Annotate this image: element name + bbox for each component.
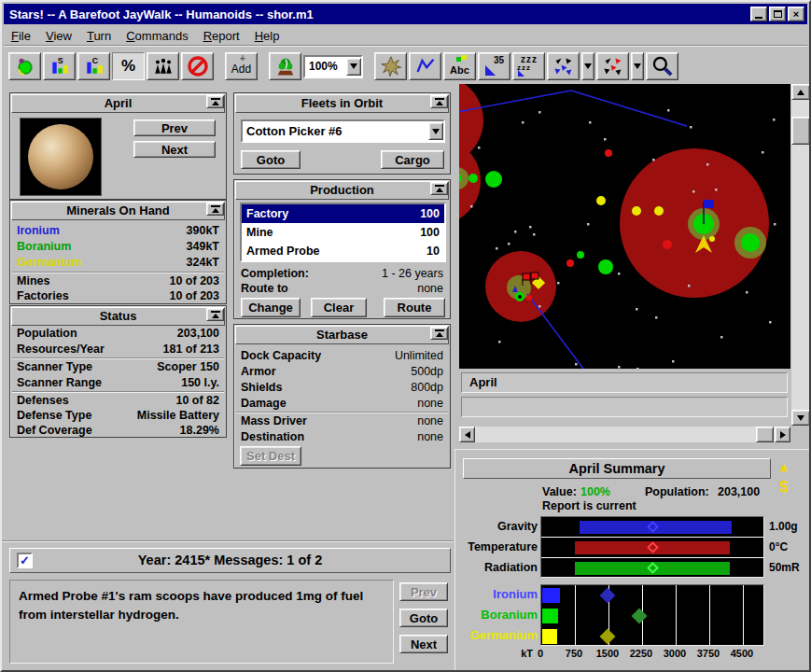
star-map[interactable] xyxy=(459,84,790,369)
minimize-button[interactable] xyxy=(750,7,767,21)
set-destination-button[interactable]: Set Dest xyxy=(240,446,301,466)
zoom-dropdown-button[interactable] xyxy=(346,58,361,76)
hab-track xyxy=(541,538,763,558)
status-row: Defenses10 of 82 xyxy=(17,393,219,409)
idle-fleets-filter-button[interactable]: zzz zzz xyxy=(512,52,545,80)
mineral-row: Ironium 390kT xyxy=(17,223,219,239)
svg-text:S: S xyxy=(57,56,63,65)
chevron-down-icon xyxy=(432,129,440,134)
mineral-graph-label: Boranium xyxy=(455,605,538,625)
maximize-icon xyxy=(774,10,782,18)
axis-tick-label: 4500 xyxy=(727,648,757,659)
enemy-fleet-filter-dropdown[interactable] xyxy=(631,52,644,80)
section-divider xyxy=(2,540,454,542)
production-item[interactable]: Factory100 xyxy=(242,204,444,223)
add-waypoint-button[interactable]: + Add xyxy=(225,52,258,80)
arrow-right-icon xyxy=(780,431,786,439)
production-panel-header: Production xyxy=(235,181,449,200)
menu-turn[interactable]: Turn xyxy=(79,27,119,45)
tree-icon xyxy=(274,55,297,77)
planet-sphere xyxy=(28,124,93,189)
collapse-button[interactable] xyxy=(206,203,224,216)
production-queue-list[interactable]: Factory100 Mine100 Armed Probe10 xyxy=(240,203,446,262)
mines-row: Mines 10 of 203 xyxy=(17,273,219,289)
fleet-select[interactable]: Cotton Picker #6 xyxy=(241,119,445,143)
planet-view-button[interactable] xyxy=(8,52,41,80)
close-button[interactable]: × xyxy=(788,7,804,21)
ship-count-filter-button[interactable]: 35 xyxy=(478,52,510,80)
scroll-right-button[interactable] xyxy=(775,427,790,442)
cargo-button[interactable]: Cargo xyxy=(381,150,444,169)
planet-value-button[interactable]: % xyxy=(112,52,145,80)
mineral-plot xyxy=(540,584,764,646)
next-message-button[interactable]: Next xyxy=(399,635,448,653)
scroll-down-button[interactable] xyxy=(791,410,810,426)
message-text: Armed Probe #1's ram scoops have produce… xyxy=(9,580,394,664)
menu-report[interactable]: Report xyxy=(196,27,247,45)
collapse-button[interactable] xyxy=(430,182,448,195)
status-panel-header: Status xyxy=(11,307,225,326)
friendly-fleet-filter-button[interactable] xyxy=(547,52,580,80)
prev-planet-button[interactable]: Prev xyxy=(133,119,216,136)
no-info-view-button[interactable] xyxy=(181,52,214,80)
default-view-button[interactable] xyxy=(269,52,301,80)
mineral-concentration-chart-icon: C xyxy=(84,56,105,77)
star-map-canvas[interactable] xyxy=(459,84,790,369)
messages-title: Year: 2415* Messages: 1 of 2 xyxy=(138,553,322,567)
menu-commands[interactable]: Commands xyxy=(119,27,195,45)
ship-name-filter-button[interactable]: Abc xyxy=(443,52,476,80)
value-percent: 100% xyxy=(580,485,610,498)
starbase-row: Armor500dp xyxy=(241,364,443,380)
population-label: Population: xyxy=(645,485,709,498)
enemy-fleet-filter-button[interactable] xyxy=(596,52,629,80)
vertical-scroll-thumb[interactable] xyxy=(791,117,810,145)
zoom-select[interactable]: 100% xyxy=(303,55,363,78)
production-item[interactable]: Armed Probe10 xyxy=(242,242,444,260)
message-filter-checkbox[interactable]: ✓ xyxy=(17,553,33,568)
mineral-on-hand-bar xyxy=(542,588,560,603)
selected-location-bar: April xyxy=(461,372,788,393)
fleet-dropdown-button[interactable] xyxy=(428,122,443,140)
ship-design-button[interactable] xyxy=(374,52,407,80)
mineral-name: Boranium xyxy=(17,240,71,253)
maximize-button[interactable] xyxy=(769,7,786,21)
map-horizontal-scrollbar[interactable] xyxy=(459,427,790,442)
menu-help[interactable]: Help xyxy=(247,27,287,45)
route-path-icon xyxy=(414,55,437,77)
prev-message-button[interactable]: Prev xyxy=(399,582,448,601)
collapse-button[interactable] xyxy=(430,327,448,340)
friendly-fleet-filter-dropdown[interactable] xyxy=(581,52,594,80)
arrow-up-icon xyxy=(797,90,804,95)
collapse-button[interactable] xyxy=(206,308,224,321)
goto-message-button[interactable]: Goto xyxy=(399,609,448,627)
scroll-left-button[interactable] xyxy=(459,427,475,442)
horizontal-scroll-thumb[interactable] xyxy=(756,427,774,442)
clear-production-button[interactable]: Clear xyxy=(311,298,367,317)
collapse-button[interactable] xyxy=(206,95,224,108)
next-planet-button[interactable]: Next xyxy=(133,141,216,158)
mineral-concentration-diamond xyxy=(599,629,615,645)
green-square-icon xyxy=(456,57,461,62)
population-view-button[interactable] xyxy=(147,52,179,80)
scroll-up-button[interactable] xyxy=(791,84,810,100)
waypoint-paths-button[interactable] xyxy=(409,52,441,80)
summary-title: April Summary xyxy=(463,458,771,479)
goto-fleet-button[interactable]: Goto xyxy=(241,150,301,169)
hab-label: Temperature xyxy=(455,537,538,557)
change-production-button[interactable]: Change xyxy=(241,298,301,317)
mineral-concentration-button[interactable]: C xyxy=(77,52,110,80)
map-vertical-scrollbar[interactable] xyxy=(791,84,810,426)
find-button[interactable] xyxy=(646,52,678,80)
blue-triangle-icon xyxy=(518,70,524,77)
menu-file[interactable]: File xyxy=(4,27,38,45)
collapse-icon xyxy=(211,205,220,214)
arrow-down-icon xyxy=(797,415,804,421)
production-item[interactable]: Mine100 xyxy=(242,223,444,242)
yellow-square-icon xyxy=(462,55,467,60)
surface-minerals-button[interactable]: S xyxy=(43,52,76,80)
collapse-button[interactable] xyxy=(430,95,448,108)
collapse-icon xyxy=(435,329,444,338)
route-button[interactable]: Route xyxy=(384,298,445,317)
menu-view[interactable]: View xyxy=(38,27,79,45)
starbase-panel-header: Starbase xyxy=(235,326,449,344)
